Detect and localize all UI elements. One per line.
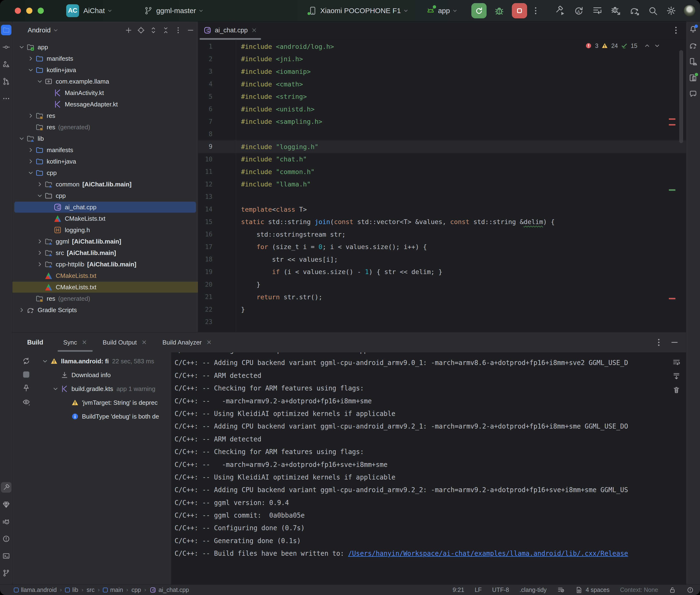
error-stripe-mark[interactable] xyxy=(669,298,675,299)
code-line-5[interactable]: 5#include <string> xyxy=(198,90,686,103)
tree-chevron-icon[interactable] xyxy=(36,78,44,85)
tree-chevron-icon[interactable] xyxy=(27,146,35,153)
code-line-8[interactable]: 8 xyxy=(198,128,686,140)
gradle-sync-icon[interactable] xyxy=(629,5,640,16)
project-name[interactable]: AiChat xyxy=(83,7,105,15)
code-line-22[interactable]: 22} xyxy=(198,303,686,316)
device-selector[interactable]: Xiaomi POCOPHONE F1 xyxy=(320,7,401,15)
line-separator[interactable]: LF xyxy=(475,587,482,593)
editor-options-icon[interactable] xyxy=(671,26,681,35)
sync-row[interactable]: Download info xyxy=(41,368,171,382)
window-close-button[interactable] xyxy=(15,8,21,14)
code-line-19[interactable]: 19 if (i < values.size() - 1) { str << d… xyxy=(198,266,686,278)
tree-item-mainactivity-kt[interactable]: MainActivity.kt xyxy=(12,87,198,98)
line-number[interactable]: 23 xyxy=(198,318,236,325)
line-number[interactable]: 8 xyxy=(198,131,236,138)
resolve-context[interactable]: Context: None xyxy=(620,587,658,593)
code-line-16[interactable]: 16 std::ostringstream str; xyxy=(198,228,686,241)
sync-row[interactable]: build.gradle.ktsapp 1 warning xyxy=(41,382,171,396)
notifications-icon[interactable] xyxy=(689,25,698,34)
code-line-23[interactable]: 23 xyxy=(198,316,686,328)
tree-chevron-icon[interactable] xyxy=(36,261,44,268)
pin-icon[interactable] xyxy=(22,384,30,392)
clear-console-icon[interactable] xyxy=(672,386,681,394)
tree-item-cmakelists-txt[interactable]: CMakeLists.txt xyxy=(12,213,198,224)
tree-chevron-icon[interactable] xyxy=(27,158,35,165)
breadcrumb-item-src[interactable]: src xyxy=(87,587,94,593)
line-number[interactable]: 2 xyxy=(198,55,236,63)
code-line-12[interactable]: 12#include "llama.h" xyxy=(198,178,686,191)
tree-item-res[interactable]: res(generated) xyxy=(12,121,198,133)
tool-pull-requests-button[interactable] xyxy=(1,76,11,87)
expand-all-icon[interactable] xyxy=(149,26,158,34)
build-output-path-link[interactable]: /Users/hanyin/Workspace/ai-chat/examples… xyxy=(348,549,628,557)
branch-chevron-icon[interactable] xyxy=(198,8,204,14)
project-view-selector[interactable]: Android xyxy=(28,26,51,34)
build-options-icon[interactable] xyxy=(654,338,664,347)
code-line-18[interactable]: 18 str << values[i]; xyxy=(198,253,686,266)
tree-item-res[interactable]: res xyxy=(12,110,198,121)
code-line-3[interactable]: 3#include <iomanip> xyxy=(198,65,686,78)
tool-more-button[interactable] xyxy=(1,93,11,104)
project-logo[interactable]: AC xyxy=(66,4,79,17)
line-number[interactable]: 19 xyxy=(198,268,236,276)
line-number[interactable]: 11 xyxy=(198,168,236,175)
tree-item-manifests[interactable]: manifests xyxy=(12,53,198,64)
tool-commit-button[interactable] xyxy=(1,42,11,52)
line-number[interactable]: 6 xyxy=(198,106,236,113)
line-number[interactable]: 10 xyxy=(198,156,236,163)
tool-logcat-button[interactable] xyxy=(1,516,11,527)
sync-chevron-icon[interactable] xyxy=(52,385,60,392)
tree-chevron-icon[interactable] xyxy=(36,249,44,256)
code-line-14[interactable]: 14template<class T> xyxy=(198,203,686,216)
build-run-icon[interactable] xyxy=(555,5,566,16)
tool-project-button[interactable] xyxy=(1,25,11,35)
line-number[interactable]: 4 xyxy=(198,81,236,88)
line-number[interactable]: 12 xyxy=(198,181,236,188)
sync-chevron-icon[interactable] xyxy=(41,358,49,365)
run-config-selector[interactable]: app xyxy=(438,7,450,15)
tab-build-output[interactable]: Build Output✕ xyxy=(98,332,151,352)
tree-item-cpp[interactable]: cpp xyxy=(12,167,198,178)
code-line-17[interactable]: 17 for (size_t i = 0; i < values.size();… xyxy=(198,241,686,253)
rerun-button[interactable] xyxy=(471,3,486,18)
settings-icon[interactable] xyxy=(666,5,677,16)
tree-chevron-icon[interactable] xyxy=(27,55,35,62)
error-stripe-mark[interactable] xyxy=(669,124,675,125)
editor-tab-ai-chat-cpp[interactable]: C ai_chat.cpp xyxy=(198,22,262,39)
stop-button[interactable] xyxy=(512,3,527,18)
line-number[interactable]: 22 xyxy=(198,306,236,313)
clang-tidy-profile[interactable]: .clang-tidy xyxy=(520,587,547,593)
tree-chevron-icon[interactable] xyxy=(27,112,35,119)
breadcrumb-item-cpp[interactable]: cpp xyxy=(132,587,141,593)
tree-item-manifests[interactable]: manifests xyxy=(12,144,198,156)
line-number[interactable]: 1 xyxy=(198,43,236,50)
tree-item-ggml[interactable]: ggml[AiChat.lib.main] xyxy=(12,236,198,247)
tool-app-quality-button[interactable] xyxy=(1,499,11,510)
next-problem-icon[interactable] xyxy=(653,42,661,49)
file-encoding[interactable]: UTF-8 xyxy=(492,587,509,593)
tool-structure-button[interactable] xyxy=(1,59,11,69)
line-number[interactable]: 9 xyxy=(198,143,236,150)
panel-options-icon[interactable] xyxy=(174,26,182,34)
caret-position[interactable]: 9:21 xyxy=(452,587,464,593)
add-icon[interactable] xyxy=(124,26,133,34)
tree-chevron-icon[interactable] xyxy=(27,66,35,74)
code-line-2[interactable]: 2#include <jni.h> xyxy=(198,53,686,65)
tool-terminal-button[interactable] xyxy=(1,551,11,561)
tree-item-messageadapter-kt[interactable]: MessageAdapter.kt xyxy=(12,98,198,110)
unlock-icon[interactable] xyxy=(669,586,676,594)
hide-panel-icon[interactable] xyxy=(187,26,195,34)
tool-build-button[interactable] xyxy=(1,482,11,492)
tree-chevron-icon[interactable] xyxy=(27,169,35,176)
view-options-icon[interactable] xyxy=(22,398,30,406)
line-number[interactable]: 14 xyxy=(198,206,236,213)
tree-item-cmakelists-txt[interactable]: CMakeLists.txt xyxy=(12,270,198,281)
tree-item-com-example-llama[interactable]: com.example.llama xyxy=(12,76,198,87)
run-config-chevron-icon[interactable] xyxy=(452,8,458,14)
soft-wrap-icon[interactable] xyxy=(672,358,681,367)
close-build-output-tab-icon[interactable]: ✕ xyxy=(141,339,147,346)
more-run-actions-icon[interactable] xyxy=(531,6,540,16)
line-number[interactable]: 16 xyxy=(198,231,236,238)
locate-file-icon[interactable] xyxy=(137,26,145,34)
